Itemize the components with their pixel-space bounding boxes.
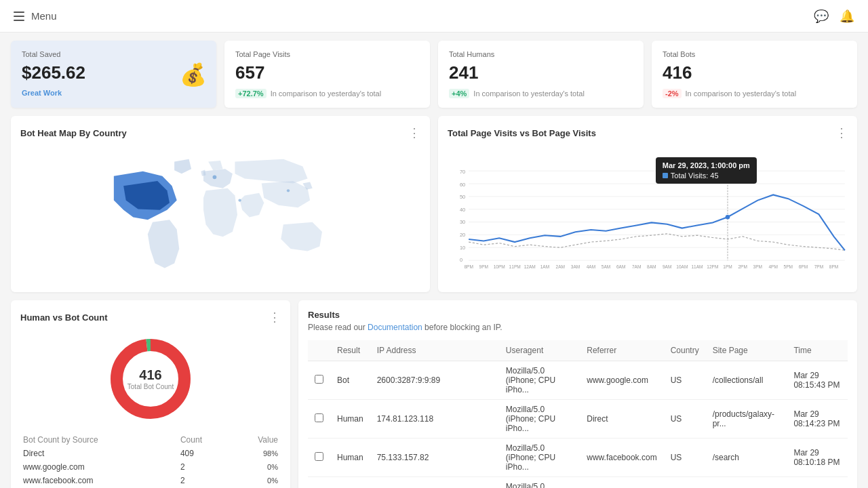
bot-source-count: 409 — [178, 447, 231, 460]
row-ip: 2600:b348:667f:7166:90ba:90... — [370, 477, 499, 488]
bot-source-pct: 98% — [231, 447, 281, 460]
svg-text:1PM: 1PM — [723, 265, 732, 270]
stat-humans-label: Total Humans — [449, 50, 633, 58]
bottom-row: Human vs Bot Count ⋮ 416 Total Bot Count — [0, 300, 868, 488]
bot-source-pct: 0% — [231, 460, 281, 474]
row-country: US — [664, 361, 706, 400]
svg-text:40: 40 — [460, 207, 465, 213]
results-table-row: Human 2600:b348:667f:7166:90ba:90... Moz… — [308, 477, 848, 488]
chat-icon[interactable]: 💬 — [814, 9, 829, 24]
donut-container: 416 Total Bot Count — [20, 331, 281, 426]
row-checkbox[interactable] — [315, 452, 323, 461]
svg-text:0: 0 — [460, 257, 462, 263]
menu-label: Menu — [31, 10, 57, 22]
svg-text:3PM: 3PM — [753, 265, 762, 270]
row-checkbox[interactable] — [315, 413, 323, 422]
stat-saved-label: Total Saved — [22, 50, 205, 58]
results-table-row: Human 75.133.157.82 Mozilla/5.0 (iPhone;… — [308, 439, 848, 477]
svg-text:8PM: 8PM — [464, 265, 473, 270]
svg-point-0 — [213, 176, 217, 180]
chart-container: 0 10 20 30 40 50 60 70 — [448, 147, 848, 283]
svg-text:2AM: 2AM — [556, 265, 565, 270]
svg-text:70: 70 — [460, 169, 465, 175]
stat-humans-sub: In comparison to yesterday's total — [473, 89, 585, 98]
bot-count-menu[interactable]: ⋮ — [269, 310, 281, 325]
row-ua: Mozilla/5.0 (iPhone; CPU iPho... — [499, 400, 580, 439]
row-checkbox[interactable] — [315, 375, 323, 384]
stat-saved-value: $265.62 — [22, 62, 205, 83]
svg-text:10: 10 — [460, 245, 465, 251]
row-time: Mar 29 08:14:23 PM — [787, 400, 848, 439]
results-col-header: Result — [330, 340, 370, 361]
header-icons: 💬 🔔 — [814, 9, 854, 24]
money-illustration: 💰 — [180, 62, 207, 87]
stat-bots-value: 416 — [663, 62, 846, 83]
bot-count-header: Human vs Bot Count ⋮ — [20, 310, 281, 325]
stat-visits-label: Total Page Visits — [235, 50, 419, 58]
stat-bots-sub: In comparison to yesterday's total — [686, 89, 797, 98]
row-ua: Mozilla/5.0 (iPhone; CPU iPho... — [499, 361, 580, 400]
col-count: Count — [178, 433, 231, 447]
row-result: Human — [330, 477, 370, 488]
stat-humans: Total Humans 241 +4% In comparison to ye… — [438, 41, 644, 108]
row-ip: 2600:3287:9:9:89 — [370, 361, 499, 400]
row-checkbox-cell[interactable] — [308, 400, 330, 439]
row-checkbox-cell[interactable] — [308, 439, 330, 477]
svg-text:12PM: 12PM — [707, 265, 718, 270]
row-checkbox-cell[interactable] — [308, 361, 330, 400]
row-checkbox-cell[interactable] — [308, 477, 330, 488]
checkbox-col-header — [308, 340, 330, 361]
col-source: Bot Count by Source — [20, 433, 178, 447]
stat-visits-badge: +72.7% — [235, 89, 267, 98]
donut-center: 416 Total Bot Count — [127, 367, 174, 390]
results-panel: Results Please read our Documentation be… — [298, 300, 857, 488]
main-content: Bot Heat Map By Country ⋮ — [0, 116, 868, 300]
row-time: Mar 29 08:10:18 PM — [787, 439, 848, 477]
donut-value: 416 — [127, 367, 174, 383]
svg-point-2 — [287, 189, 290, 192]
bot-source-pct: 0% — [231, 474, 281, 487]
hamburger-icon[interactable] — [14, 12, 24, 21]
svg-text:60: 60 — [460, 182, 465, 188]
map-panel-title: Bot Heat Map By Country — [20, 128, 127, 138]
row-ip: 174.81.123.118 — [370, 400, 499, 439]
results-title: Results — [308, 310, 340, 320]
results-desc-prefix: Please read our — [308, 323, 368, 332]
svg-text:3AM: 3AM — [571, 265, 580, 270]
row-ip: 75.133.157.82 — [370, 439, 499, 477]
svg-text:6PM: 6PM — [799, 265, 808, 270]
svg-text:5AM: 5AM — [601, 265, 610, 270]
map-container — [20, 147, 420, 283]
bell-icon[interactable]: 🔔 — [840, 9, 854, 24]
svg-text:7PM: 7PM — [814, 265, 823, 270]
chart-panel: Total Page Visits vs Bot Page Visits ⋮ 0… — [438, 116, 857, 292]
row-country: US — [664, 477, 706, 488]
bot-source-row: www.facebook.com 2 0% — [20, 474, 281, 487]
stat-bots-label: Total Bots — [663, 50, 846, 58]
results-col-header: Useragent — [499, 340, 580, 361]
row-result: Bot — [330, 361, 370, 400]
map-panel: Bot Heat Map By Country ⋮ — [11, 116, 430, 292]
results-col-header: Site Page — [706, 340, 787, 361]
chart-panel-title: Total Page Visits vs Bot Page Visits — [448, 128, 596, 138]
svg-point-1 — [238, 199, 241, 202]
stats-row: Total Saved $265.62 Great Work 💰 Total P… — [0, 33, 868, 116]
bot-source-row: www.google.com 2 0% — [20, 460, 281, 474]
svg-text:20: 20 — [460, 232, 465, 238]
chart-panel-menu[interactable]: ⋮ — [835, 125, 848, 140]
row-result: Human — [330, 439, 370, 477]
stat-bots-badge: -2% — [663, 89, 682, 98]
results-table-wrapper[interactable]: ResultIP AddressUseragentReferrerCountry… — [308, 340, 848, 488]
row-ua: Mozilla/5.0 (iPhone; CPU iPho... — [499, 439, 580, 477]
results-table-row: Human 174.81.123.118 Mozilla/5.0 (iPhone… — [308, 400, 848, 439]
stat-visits-sub: In comparison to yesterday's total — [271, 89, 382, 98]
bot-source-row: Direct 409 98% — [20, 447, 281, 460]
bot-count-title: Human vs Bot Count — [20, 312, 108, 323]
map-panel-menu[interactable]: ⋮ — [408, 125, 420, 140]
stat-humans-badge: +4% — [449, 89, 469, 98]
svg-text:9AM: 9AM — [663, 265, 671, 270]
svg-text:11PM: 11PM — [509, 265, 521, 270]
documentation-link[interactable]: Documentation — [368, 323, 422, 332]
results-col-header: Country — [664, 340, 706, 361]
line-chart-svg: 0 10 20 30 40 50 60 70 — [448, 147, 848, 276]
